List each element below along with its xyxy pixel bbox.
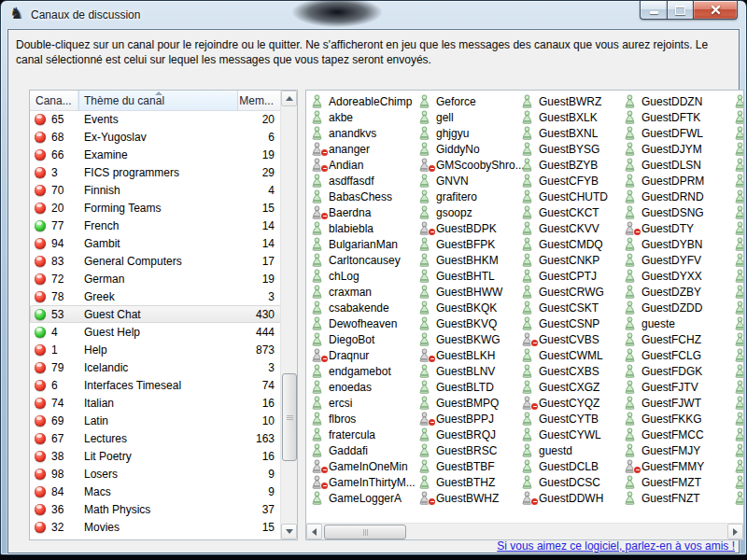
- channel-row[interactable]: 32Movies15: [30, 518, 281, 536]
- user-list-item[interactable]: [734, 315, 743, 331]
- channel-row[interactable]: 38Lit Poetry16: [30, 447, 281, 465]
- user-list-item[interactable]: GuestDDZN: [624, 93, 730, 109]
- user-list-item[interactable]: [734, 93, 743, 109]
- user-list-item[interactable]: GuestBFPK: [418, 236, 525, 252]
- user-list-item[interactable]: GuestDYBN: [624, 236, 730, 252]
- user-list-item[interactable]: GuestBYSG: [521, 141, 627, 157]
- user-list-item[interactable]: GuestBLTD: [418, 379, 525, 395]
- user-list-item[interactable]: [734, 442, 743, 458]
- user-list-item[interactable]: GuestFMMY: [624, 458, 730, 474]
- channel-row[interactable]: 67Lectures163: [30, 429, 281, 447]
- user-list-item[interactable]: GuestCKVV: [521, 220, 627, 236]
- user-list-item[interactable]: GuestBZYB: [521, 157, 627, 173]
- user-list-item[interactable]: asdffasdf: [311, 173, 417, 189]
- user-list-item[interactable]: GuestBLNV: [418, 363, 525, 379]
- user-list-item[interactable]: GuestBKVQ: [418, 315, 525, 331]
- user-list-item[interactable]: endgamebot: [311, 363, 417, 379]
- user-list-item[interactable]: [734, 141, 743, 157]
- user-list-item[interactable]: GuestBHWW: [418, 284, 525, 300]
- user-list-item[interactable]: GameInOneMin: [311, 458, 417, 474]
- user-list-item[interactable]: blabiebla: [311, 220, 417, 236]
- user-list-item[interactable]: guestd: [521, 442, 627, 458]
- user-list-item[interactable]: GuestCYQZ: [521, 395, 627, 411]
- horizontal-scrollbar-thumb[interactable]: [324, 525, 406, 539]
- minimize-button[interactable]: [640, 0, 667, 20]
- users-horizontal-scrollbar[interactable]: [306, 523, 743, 539]
- user-list-item[interactable]: akbe: [311, 109, 417, 125]
- user-list-item[interactable]: gell: [418, 109, 525, 125]
- channel-row[interactable]: 65Events20: [30, 110, 281, 128]
- user-list-item[interactable]: [734, 427, 743, 442]
- user-list-item[interactable]: GuestBHTL: [418, 268, 525, 284]
- column-header-theme[interactable]: Thème du canal: [78, 91, 238, 110]
- user-list-item[interactable]: GuestBMPQ: [418, 395, 525, 411]
- user-list-item[interactable]: GuestBTHZ: [418, 474, 525, 490]
- channel-row[interactable]: 94Gambit14: [30, 234, 281, 252]
- window-titlebar[interactable]: ♞ Canaux de discussion: [1, 1, 746, 29]
- user-list-item[interactable]: GuestFNZT: [624, 490, 730, 506]
- user-list-item[interactable]: [734, 379, 743, 395]
- user-list-item[interactable]: csabakende: [311, 300, 417, 315]
- user-list-item[interactable]: [734, 252, 743, 268]
- user-list-item[interactable]: [734, 395, 743, 411]
- user-list-item[interactable]: GuestFMZT: [624, 474, 730, 490]
- user-list-item[interactable]: GuestBXLK: [521, 109, 627, 125]
- user-list-item[interactable]: GuestDZBY: [624, 284, 730, 300]
- user-list-item[interactable]: GNVN: [418, 173, 525, 189]
- user-list-item[interactable]: BulgarianMan: [311, 236, 417, 252]
- channels-vertical-scrollbar[interactable]: [280, 91, 297, 539]
- user-list-item[interactable]: GuestFJWT: [624, 395, 730, 411]
- column-header-channel[interactable]: Cana...: [30, 91, 78, 110]
- user-list-item[interactable]: craxman: [311, 284, 417, 300]
- user-list-item[interactable]: GuestBDPK: [418, 220, 525, 236]
- user-list-item[interactable]: GuestCSKT: [521, 300, 627, 315]
- user-list-item[interactable]: GameInThirtyM...: [311, 474, 417, 490]
- user-list-item[interactable]: [734, 363, 743, 379]
- column-header-members[interactable]: Mem...: [238, 91, 281, 110]
- user-list-item[interactable]: DiegoBot: [311, 331, 417, 347]
- user-list-item[interactable]: GuestCXGZ: [521, 379, 627, 395]
- user-list-item[interactable]: GuestFMCC: [624, 427, 730, 442]
- channel-row[interactable]: 70Finnish4: [30, 181, 281, 199]
- user-list-item[interactable]: GuestDZDD: [624, 300, 730, 315]
- user-list-item[interactable]: GuestDDWH: [521, 490, 627, 506]
- channel-row[interactable]: 36Math Physics37: [30, 500, 281, 518]
- user-list-item[interactable]: [734, 331, 743, 347]
- user-list-item[interactable]: GuestBLKH: [418, 347, 525, 363]
- user-list-item[interactable]: GuestCNKP: [521, 252, 627, 268]
- user-list-item[interactable]: [734, 490, 743, 506]
- scroll-right-button[interactable]: [727, 524, 743, 539]
- user-list-item[interactable]: [734, 236, 743, 252]
- vertical-scrollbar-thumb[interactable]: [282, 373, 297, 461]
- user-list-item[interactable]: GuestBRQJ: [418, 427, 525, 442]
- user-list-item[interactable]: GuestDTY: [624, 220, 730, 236]
- user-list-item[interactable]: GuestCHUTD: [521, 189, 627, 204]
- user-list-item[interactable]: gueste: [624, 315, 730, 331]
- user-list-item[interactable]: Baerdna: [311, 204, 417, 220]
- user-list-item[interactable]: GuestBWHZ: [418, 490, 525, 506]
- user-list-item[interactable]: GiddyNo: [418, 141, 525, 157]
- user-list-item[interactable]: ghjgyu: [418, 125, 525, 141]
- user-list-item[interactable]: gsoopz: [418, 204, 525, 220]
- user-list-item[interactable]: [734, 189, 743, 204]
- user-list-item[interactable]: GameLoggerA: [311, 490, 417, 506]
- user-list-item[interactable]: enoedas: [311, 379, 417, 395]
- user-list-item[interactable]: [734, 125, 743, 141]
- user-list-item[interactable]: Andian: [311, 157, 417, 173]
- channel-row[interactable]: 1Help873: [30, 341, 281, 358]
- user-list-item[interactable]: GuestCPTJ: [521, 268, 627, 284]
- user-list-item[interactable]: [734, 284, 743, 300]
- user-list-item[interactable]: Dewofheaven: [311, 315, 417, 331]
- user-list-item[interactable]: [734, 347, 743, 363]
- user-list-item[interactable]: GuestBHKM: [418, 252, 525, 268]
- user-list-item[interactable]: GuestFDGK: [624, 363, 730, 379]
- user-list-item[interactable]: GuestDLSN: [624, 157, 730, 173]
- user-list-item[interactable]: [734, 220, 743, 236]
- share-link[interactable]: Si vous aimez ce logiciel, parlez-en à v…: [497, 539, 735, 553]
- close-button[interactable]: [693, 0, 738, 20]
- user-list-item[interactable]: GuestDYFV: [624, 252, 730, 268]
- user-list-item[interactable]: [734, 474, 743, 490]
- user-list-item[interactable]: Draqnur: [311, 347, 417, 363]
- user-list-item[interactable]: Gaddafi: [311, 442, 417, 458]
- user-list-item[interactable]: GuestBXNL: [521, 125, 627, 141]
